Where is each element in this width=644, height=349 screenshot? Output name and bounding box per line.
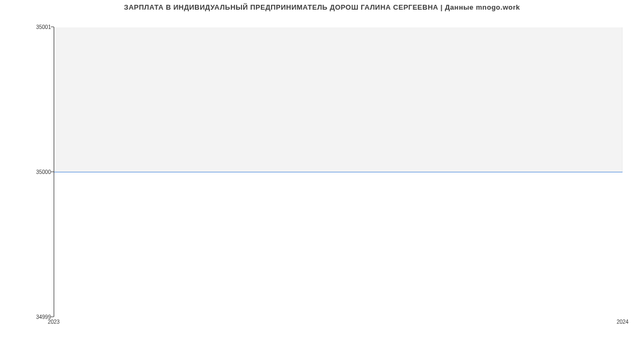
gridline-y <box>54 27 623 27</box>
x-tick-label: 2024 <box>617 319 628 325</box>
chart-container: ЗАРПЛАТА В ИНДИВИДУАЛЬНЫЙ ПРЕДПРИНИМАТЕЛ… <box>0 0 644 349</box>
chart-title: ЗАРПЛАТА В ИНДИВИДУАЛЬНЫЙ ПРЕДПРИНИМАТЕЛ… <box>0 3 644 11</box>
y-tick-label: 35000 <box>36 169 51 175</box>
y-tick-mark <box>51 317 54 317</box>
data-line <box>54 172 623 172</box>
gridline-y <box>54 317 623 317</box>
y-axis <box>54 27 54 317</box>
plot-lower-mask <box>54 172 623 317</box>
y-tick-mark <box>51 27 54 27</box>
x-tick-label: 2023 <box>48 319 60 325</box>
y-tick-mark <box>51 172 54 172</box>
y-tick-label: 35001 <box>36 24 51 30</box>
